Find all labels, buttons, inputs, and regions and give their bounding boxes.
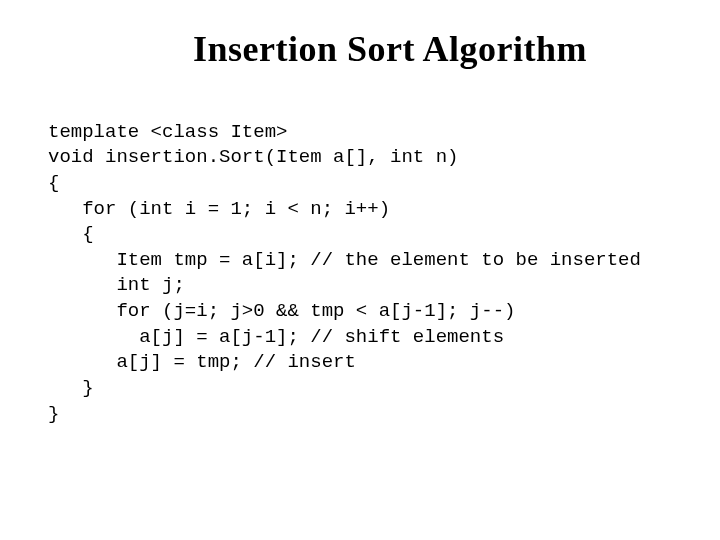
code-line: { — [48, 223, 94, 245]
slide-title: Insertion Sort Algorithm — [108, 28, 672, 70]
code-line: } — [48, 377, 94, 399]
code-line: template <class Item> — [48, 121, 287, 143]
slide-container: Insertion Sort Algorithm template <class… — [0, 0, 720, 540]
code-line: { — [48, 172, 59, 194]
code-line: } — [48, 403, 59, 425]
code-line: void insertion.Sort(Item a[], int n) — [48, 146, 458, 168]
code-block: template <class Item> void insertion.Sor… — [48, 94, 672, 453]
code-line: a[j] = a[j-1]; // shift elements — [48, 326, 504, 348]
code-line: int j; — [48, 274, 185, 296]
code-line: for (int i = 1; i < n; i++) — [48, 198, 390, 220]
code-line: a[j] = tmp; // insert — [48, 351, 356, 373]
code-line: Item tmp = a[i]; // the element to be in… — [48, 249, 641, 271]
code-line: for (j=i; j>0 && tmp < a[j-1]; j--) — [48, 300, 515, 322]
